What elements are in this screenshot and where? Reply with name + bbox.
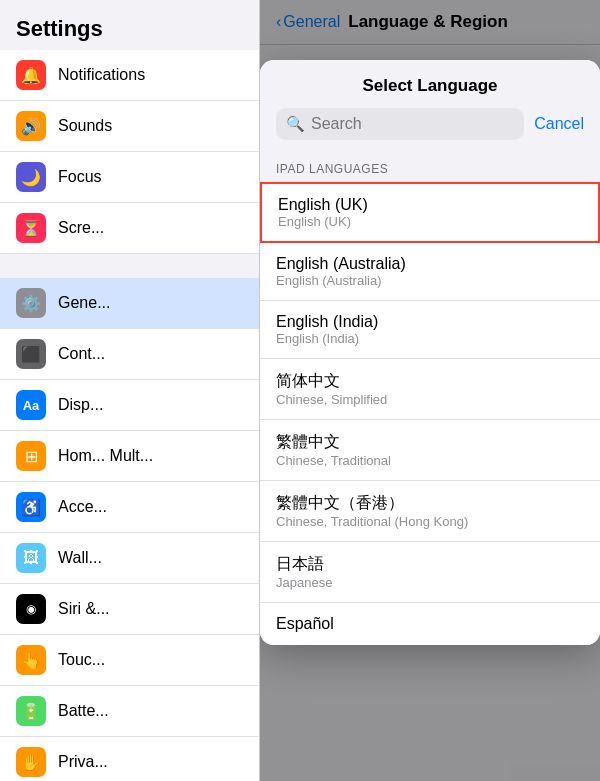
touch-icon: 👆 xyxy=(16,645,46,675)
sidebar-item-display-label: Disp... xyxy=(58,396,103,414)
search-icon: 🔍 xyxy=(286,115,305,133)
sidebar-item-wallpaper-label: Wall... xyxy=(58,549,102,567)
language-name-chinese-traditional: 繁體中文 xyxy=(276,432,584,453)
sidebar-item-notifications-label: Notifications xyxy=(58,66,145,84)
notifications-icon: 🔔 xyxy=(16,60,46,90)
sidebar-spacer-1 xyxy=(0,254,259,278)
sidebar-item-general[interactable]: ⚙️ Gene... xyxy=(0,278,259,329)
language-item-english-in[interactable]: English (India) English (India) xyxy=(260,301,600,359)
cancel-button[interactable]: Cancel xyxy=(534,115,584,133)
sidebar-item-privacy-label: Priva... xyxy=(58,753,108,771)
language-item-spanish[interactable]: Español xyxy=(260,603,600,645)
language-item-chinese-traditional[interactable]: 繁體中文 Chinese, Traditional xyxy=(260,420,600,481)
sounds-icon: 🔊 xyxy=(16,111,46,141)
select-language-modal: Select Language 🔍 Cancel IPAD LANGUAGES … xyxy=(260,60,600,645)
search-box: 🔍 xyxy=(276,108,524,140)
search-input[interactable] xyxy=(311,115,514,133)
sidebar-item-sounds-label: Sounds xyxy=(58,117,112,135)
main-panel: ‹ General Language & Region PREFERRED LA… xyxy=(260,0,600,781)
modal-header: Select Language 🔍 Cancel xyxy=(260,60,600,152)
general-icon: ⚙️ xyxy=(16,288,46,318)
sidebar-item-battery[interactable]: 🔋 Batte... xyxy=(0,686,259,737)
sidebar-item-notifications[interactable]: 🔔 Notifications xyxy=(0,50,259,101)
language-name-english-au: English (Australia) xyxy=(276,255,584,273)
sidebar-title: Settings xyxy=(0,0,259,50)
ipad-languages-label: IPAD LANGUAGES xyxy=(260,152,600,182)
language-subname-chinese-simplified: Chinese, Simplified xyxy=(276,392,584,407)
wallpaper-icon: 🖼 xyxy=(16,543,46,573)
focus-icon: 🌙 xyxy=(16,162,46,192)
language-subname-english-au: English (Australia) xyxy=(276,273,584,288)
sidebar-item-home-label: Hom... Mult... xyxy=(58,447,153,465)
language-name-english-uk: English (UK) xyxy=(278,196,582,214)
sidebar-item-home[interactable]: ⊞ Hom... Mult... xyxy=(0,431,259,482)
modal-title: Select Language xyxy=(276,76,584,96)
privacy-icon: ✋ xyxy=(16,747,46,777)
language-name-english-in: English (India) xyxy=(276,313,584,331)
sidebar-item-sounds[interactable]: 🔊 Sounds xyxy=(0,101,259,152)
control-center-icon: ⬛ xyxy=(16,339,46,369)
sidebar-item-focus[interactable]: 🌙 Focus xyxy=(0,152,259,203)
accessibility-icon: ♿ xyxy=(16,492,46,522)
language-item-japanese[interactable]: 日本語 Japanese xyxy=(260,542,600,603)
language-subname-english-uk: English (UK) xyxy=(278,214,582,229)
sidebar-item-control-center[interactable]: ⬛ Cont... xyxy=(0,329,259,380)
language-item-english-uk[interactable]: English (UK) English (UK) xyxy=(260,182,600,243)
sidebar-item-accessibility[interactable]: ♿ Acce... xyxy=(0,482,259,533)
language-name-chinese-hk: 繁體中文（香港） xyxy=(276,493,584,514)
modal-overlay[interactable]: Select Language 🔍 Cancel IPAD LANGUAGES … xyxy=(260,0,600,781)
sidebar-item-touch-label: Touc... xyxy=(58,651,105,669)
sidebar-item-screen-time-label: Scre... xyxy=(58,219,104,237)
language-name-spanish: Español xyxy=(276,615,584,633)
language-item-chinese-simplified[interactable]: 简体中文 Chinese, Simplified xyxy=(260,359,600,420)
sidebar-item-control-center-label: Cont... xyxy=(58,345,105,363)
sidebar: Settings 🔔 Notifications 🔊 Sounds 🌙 Focu… xyxy=(0,0,260,781)
battery-icon: 🔋 xyxy=(16,696,46,726)
sidebar-item-display[interactable]: Aa Disp... xyxy=(0,380,259,431)
language-name-japanese: 日本語 xyxy=(276,554,584,575)
language-subname-chinese-traditional: Chinese, Traditional xyxy=(276,453,584,468)
language-name-chinese-simplified: 简体中文 xyxy=(276,371,584,392)
sidebar-item-siri[interactable]: ◉ Siri &... xyxy=(0,584,259,635)
app-layout: Settings 🔔 Notifications 🔊 Sounds 🌙 Focu… xyxy=(0,0,600,781)
language-subname-chinese-hk: Chinese, Traditional (Hong Kong) xyxy=(276,514,584,529)
sidebar-item-touch[interactable]: 👆 Touc... xyxy=(0,635,259,686)
home-icon: ⊞ xyxy=(16,441,46,471)
language-item-chinese-hk[interactable]: 繁體中文（香港） Chinese, Traditional (Hong Kong… xyxy=(260,481,600,542)
sidebar-item-accessibility-label: Acce... xyxy=(58,498,107,516)
sidebar-item-privacy[interactable]: ✋ Priva... xyxy=(0,737,259,781)
sidebar-item-screen-time[interactable]: ⏳ Scre... xyxy=(0,203,259,254)
sidebar-item-wallpaper[interactable]: 🖼 Wall... xyxy=(0,533,259,584)
modal-search-row: 🔍 Cancel xyxy=(276,108,584,152)
language-subname-english-in: English (India) xyxy=(276,331,584,346)
siri-icon: ◉ xyxy=(16,594,46,624)
sidebar-item-general-label: Gene... xyxy=(58,294,110,312)
screen-time-icon: ⏳ xyxy=(16,213,46,243)
sidebar-item-focus-label: Focus xyxy=(58,168,102,186)
display-icon: Aa xyxy=(16,390,46,420)
sidebar-item-battery-label: Batte... xyxy=(58,702,109,720)
sidebar-item-siri-label: Siri &... xyxy=(58,600,110,618)
language-item-english-au[interactable]: English (Australia) English (Australia) xyxy=(260,243,600,301)
modal-body: IPAD LANGUAGES English (UK) English (UK)… xyxy=(260,152,600,645)
language-subname-japanese: Japanese xyxy=(276,575,584,590)
